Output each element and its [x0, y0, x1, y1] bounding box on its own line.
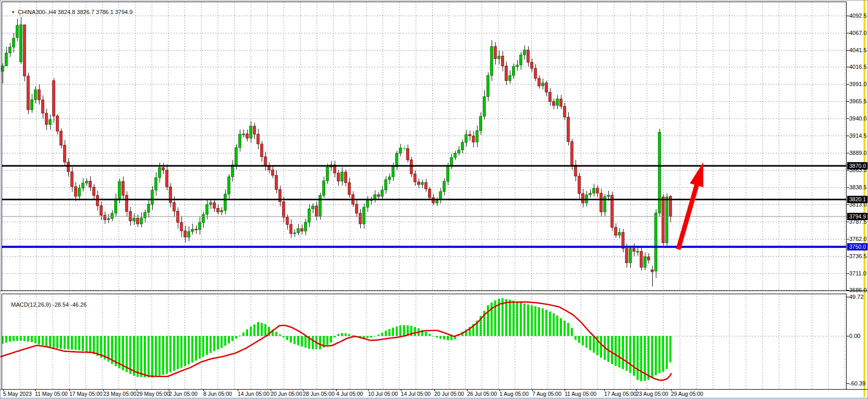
mt4-chart-window: 4092.54067.04041.54016.53991.03965.53940…	[0, 0, 868, 399]
svg-text:2 Jun 05:00: 2 Jun 05:00	[169, 391, 198, 397]
symbol-dropdown-icon[interactable]: ▼	[11, 10, 15, 15]
quote-close: 3794.9	[115, 9, 133, 15]
svg-text:8 Jun 05:00: 8 Jun 05:00	[203, 391, 232, 397]
price-tag-3820.1: 3820.1	[847, 196, 868, 203]
svg-text:4041.5: 4041.5	[849, 47, 867, 53]
svg-text:20 Jun 05:00: 20 Jun 05:00	[271, 391, 302, 397]
svg-text:17 Aug 05:00: 17 Aug 05:00	[604, 391, 637, 397]
status-strip	[1, 397, 868, 399]
svg-text:3750.0: 3750.0	[849, 244, 866, 250]
svg-text:3991.0: 3991.0	[849, 81, 867, 87]
svg-text:11 May 05:00: 11 May 05:00	[35, 391, 68, 397]
svg-text:29 Aug 05:00: 29 Aug 05:00	[671, 391, 703, 397]
svg-text:29 May 05:00: 29 May 05:00	[137, 391, 170, 397]
svg-text:14 Jun 05:00: 14 Jun 05:00	[238, 391, 270, 397]
svg-text:3838.5: 3838.5	[849, 184, 867, 190]
svg-text:3940.0: 3940.0	[849, 115, 867, 122]
quote-high: 3826.7	[77, 9, 94, 15]
svg-text:3870.0: 3870.0	[849, 163, 866, 169]
symbol-ohlc-label: ▼CHINA300-,H4 3824.8 3826.7 3786.1 3794.…	[5, 3, 132, 21]
svg-text:49.72: 49.72	[849, 294, 864, 300]
svg-text:3762.0: 3762.0	[849, 236, 867, 242]
price-tag-3750.0: 3750.0	[847, 243, 868, 250]
quote-low: 3786.1	[96, 9, 114, 15]
macd-indicator-label: MACD(12,26,9) -28.54 -46.26	[5, 295, 87, 314]
svg-text:23 May 05:00: 23 May 05:00	[103, 391, 137, 397]
svg-text:3686.0: 3686.0	[849, 287, 867, 293]
svg-text:20 Jul 05:00: 20 Jul 05:00	[434, 391, 464, 397]
price-tag-3794.9: 3794.9	[847, 213, 868, 220]
svg-text:11 Aug 05:00: 11 Aug 05:00	[565, 391, 596, 397]
svg-text:26 Jul 05:00: 26 Jul 05:00	[467, 391, 497, 397]
svg-text:-60.39: -60.39	[849, 380, 865, 386]
svg-text:7 Aug 05:00: 7 Aug 05:00	[532, 391, 561, 397]
svg-text:17 May 05:00: 17 May 05:00	[69, 391, 103, 397]
svg-text:3736.5: 3736.5	[849, 253, 867, 259]
svg-text:3794.9: 3794.9	[849, 213, 866, 220]
svg-text:0.00: 0.00	[849, 333, 860, 339]
svg-text:4 Jul 05:00: 4 Jul 05:00	[336, 391, 363, 397]
svg-text:14 Jul 05:00: 14 Jul 05:00	[401, 391, 431, 397]
macd-main-value: -28.54	[53, 301, 69, 308]
svg-text:3711.0: 3711.0	[849, 270, 866, 276]
svg-text:3965.5: 3965.5	[849, 98, 867, 104]
svg-text:3820.1: 3820.1	[849, 196, 866, 202]
price-tag-3870.0: 3870.0	[847, 162, 868, 170]
svg-text:5 May 2023: 5 May 2023	[3, 391, 32, 397]
macd-signal-value: -46.26	[70, 301, 87, 308]
svg-text:28 Jun 05:00: 28 Jun 05:00	[303, 391, 335, 397]
svg-text:1 Aug 05:00: 1 Aug 05:00	[499, 391, 529, 397]
svg-text:4092.5: 4092.5	[849, 13, 867, 19]
macd-name: MACD(12,26,9)	[11, 301, 51, 308]
symbol-name: CHINA300-,H4	[18, 9, 56, 15]
svg-text:10 Jul 05:00: 10 Jul 05:00	[368, 391, 398, 397]
chart-canvas[interactable]: 4092.54067.04041.54016.53991.03965.53940…	[1, 1, 868, 399]
svg-text:4067.0: 4067.0	[849, 30, 867, 36]
svg-text:3914.5: 3914.5	[849, 132, 867, 139]
svg-text:23 Aug 05:00: 23 Aug 05:00	[636, 391, 668, 397]
quote-open: 3824.8	[58, 9, 76, 15]
svg-text:3889.0: 3889.0	[849, 150, 867, 156]
svg-text:4016.5: 4016.5	[849, 64, 867, 70]
